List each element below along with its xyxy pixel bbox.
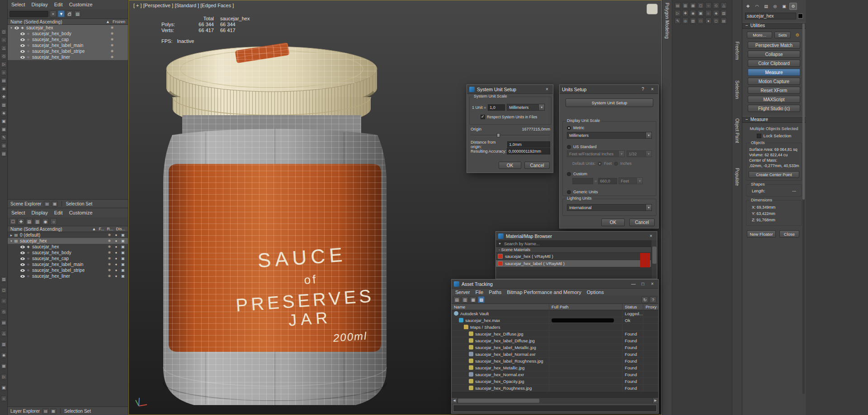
ribbon-tab-polygon-modeling[interactable]: Polygon Modeling xyxy=(665,3,670,39)
state-icon[interactable]: ▣ xyxy=(121,245,125,249)
utilities-panel-tab-icon[interactable]: ⚙ xyxy=(789,3,797,10)
custom-value-input[interactable]: 660,0 xyxy=(598,178,617,184)
visibility-eye-icon[interactable] xyxy=(20,263,25,266)
ribbon-tool-icon[interactable]: ◻ xyxy=(698,2,704,9)
dock-tool-icon[interactable]: ◈ xyxy=(1,110,7,116)
distance-input[interactable]: 1,0mm xyxy=(507,141,550,148)
clear-search-icon[interactable]: × xyxy=(50,10,57,17)
tree-row-saucejar-hex[interactable]: ▼◈saucejar_hex❄ xyxy=(8,25,128,31)
tree-row-saucejar-hex-label-main[interactable]: ○saucejar_hex_label_main❄ xyxy=(8,42,128,48)
dialog-titlebar[interactable]: Material/Map Browser × xyxy=(496,232,657,241)
utility-button-flight-studio-c[interactable]: Flight Studio (c) xyxy=(748,105,800,112)
tree-row-saucejar-hex-cap[interactable]: ○saucejar_hex_cap❄●▣ xyxy=(8,256,128,261)
ribbon-tool-icon[interactable]: ● xyxy=(705,18,712,24)
name-column-header[interactable]: Name (Sorted Ascending) xyxy=(10,19,62,24)
ribbon-tool-icon[interactable]: ▦ xyxy=(690,2,696,9)
us-fraction-dropdown[interactable]: 1/32▼ xyxy=(627,150,652,157)
dock-tool-icon[interactable]: ▧ xyxy=(1,151,7,157)
dialog-titlebar[interactable]: Units Setup ? × xyxy=(560,85,658,94)
chevron-down-icon[interactable]: ▼ xyxy=(618,151,624,157)
render-column-header[interactable]: R... xyxy=(107,227,113,231)
ribbon-tool-icon[interactable]: ▤ xyxy=(721,18,727,24)
minimize-icon[interactable]: — xyxy=(630,281,637,286)
state-icon[interactable]: ❄ xyxy=(110,26,114,30)
filter-funnel-icon[interactable]: ▼ xyxy=(58,10,65,17)
dock-tool-icon[interactable]: ○ xyxy=(1,298,7,304)
state-icon[interactable]: ▣ xyxy=(121,251,125,255)
ok-button[interactable]: OK xyxy=(601,219,625,226)
custom-radio[interactable] xyxy=(567,172,571,176)
asset-toolbar-icon[interactable]: ▤ xyxy=(453,296,460,303)
slider-thumb[interactable] xyxy=(497,133,500,137)
menu-options[interactable]: Options xyxy=(587,289,604,295)
state-icon[interactable]: ● xyxy=(114,239,118,243)
scene-materials-section[interactable]: - Scene Materials xyxy=(496,247,651,253)
tree-row-saucejar-hex-liner[interactable]: ○saucejar_hex_liner❄●▣ xyxy=(8,273,128,279)
layer-explorer-column-header[interactable]: Name (Sorted Ascending) ▲ F... R... Dis.… xyxy=(8,226,128,232)
object-name-field[interactable]: saucejar_hex xyxy=(745,13,796,19)
accuracy-input[interactable]: 0,0000001192mm xyxy=(507,148,550,154)
ribbon-tool-icon[interactable]: ▥ xyxy=(682,2,689,9)
visibility-eye-icon[interactable] xyxy=(20,44,25,47)
dialog-titlebar[interactable]: System Unit Setup × xyxy=(467,85,553,94)
menu-file[interactable]: File xyxy=(475,289,483,295)
dock-tool-icon[interactable]: ▦ xyxy=(1,363,7,369)
ribbon-tool-icon[interactable]: ▤ xyxy=(675,2,681,9)
utility-button-maxscript[interactable]: MAXScript xyxy=(748,96,800,103)
lock-icon[interactable] xyxy=(66,10,73,17)
explorer-footer-icon[interactable]: ▤ xyxy=(44,201,50,207)
ribbon-tool-icon[interactable]: △ xyxy=(721,2,727,9)
chevron-down-icon[interactable]: ▼ xyxy=(646,205,651,210)
state-icon[interactable]: ❄ xyxy=(110,43,114,47)
asset-row-saucejar-hex-max[interactable]: saucejar_hex.maxOk xyxy=(452,317,658,324)
state-icon[interactable]: ▣ xyxy=(121,256,125,261)
material-search-bar[interactable]: ▼ Search by Name... xyxy=(496,240,651,247)
cancel-button[interactable]: Cancel xyxy=(524,162,550,169)
state-icon[interactable]: ● xyxy=(114,256,118,261)
close-icon[interactable]: × xyxy=(647,233,655,238)
layer-toolbar-icon[interactable]: ☐ xyxy=(9,218,16,225)
system-unit-setup-button[interactable]: System Unit Setup xyxy=(566,98,653,107)
close-icon[interactable]: × xyxy=(649,281,656,286)
inches-radio[interactable] xyxy=(614,162,618,166)
viewport-label[interactable]: [ + ] [Perspective ] [Standard ] [Edged … xyxy=(133,3,234,8)
ribbon-tool-icon[interactable]: ◻ xyxy=(713,18,719,24)
column-header-name[interactable]: Name xyxy=(452,304,549,310)
ok-button[interactable]: OK xyxy=(499,162,521,169)
metric-radio-row[interactable]: Metric xyxy=(567,126,585,130)
ribbon-tab-object-paint[interactable]: Object Paint xyxy=(735,118,740,143)
dock-tool-icon[interactable]: ▥ xyxy=(1,341,7,347)
help-icon[interactable]: ? xyxy=(639,87,646,92)
display-panel-tab-icon[interactable]: ▣ xyxy=(780,3,788,10)
name-column-header[interactable]: Name (Sorted Ascending) xyxy=(10,227,62,232)
column-header-full-path[interactable]: Full Path xyxy=(549,304,623,310)
sets-button[interactable]: Sets xyxy=(774,32,791,38)
ribbon-tool-icon[interactable]: ▣ xyxy=(698,10,704,16)
asset-row-saucejar-hex-roughness-jpg[interactable]: saucejar_hex_Roughness.jpgFound xyxy=(452,385,658,392)
explorer-title[interactable]: Scene Explorer xyxy=(10,201,41,206)
ribbon-tab-freeform[interactable]: Freeform xyxy=(735,42,740,60)
asset-row-saucejar-hex-label-roughness-jpg[interactable]: saucejar_hex_label_Roughness.jpgFound xyxy=(452,358,658,364)
metric-unit-dropdown[interactable]: Millimeters▼ xyxy=(567,132,652,139)
dock-tool-icon[interactable]: ▤ xyxy=(1,78,7,84)
ribbon-tab-selection[interactable]: Selection xyxy=(735,80,740,99)
unit-value-input[interactable]: 1,0 xyxy=(488,104,505,111)
state-icon[interactable]: ❄ xyxy=(110,32,114,36)
create-panel-tab-icon[interactable]: ✚ xyxy=(744,3,752,10)
tree-row-0-default[interactable]: ▶▤0 (default)❄●▣ xyxy=(8,232,128,238)
asset-row-autodesk-vault[interactable]: Autodesk VaultLogged... xyxy=(452,310,658,317)
display-options-icon[interactable]: ▤ xyxy=(74,10,81,17)
state-icon[interactable]: ❄ xyxy=(107,256,112,261)
object-color-swatch[interactable] xyxy=(798,14,803,19)
measure-rollout-header[interactable]: − Measure xyxy=(742,116,806,123)
motion-panel-tab-icon[interactable]: ◎ xyxy=(771,3,779,10)
lighting-units-dropdown[interactable]: International▼ xyxy=(567,204,652,211)
hierarchy-panel-tab-icon[interactable]: ▤ xyxy=(762,3,770,10)
asset-row-saucejar-hex-opacity-jpg[interactable]: saucejar_hex_Opacity.jpgFound xyxy=(452,378,658,385)
search-input[interactable] xyxy=(9,11,48,17)
menu-display[interactable]: Display xyxy=(32,210,48,215)
utilities-config-icon[interactable]: ⚙ xyxy=(794,32,801,38)
close-icon[interactable]: × xyxy=(543,87,551,92)
respect-units-checkbox[interactable] xyxy=(481,115,485,119)
asset-row-saucejar-hex-metallic-jpg[interactable]: saucejar_hex_Metallic.jpgFound xyxy=(452,364,658,371)
